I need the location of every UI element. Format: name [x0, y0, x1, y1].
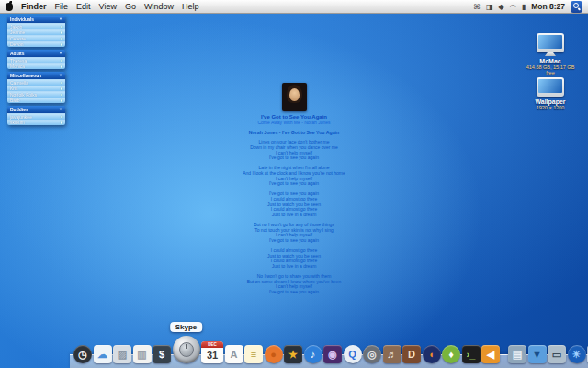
status-dot-icon: [61, 65, 63, 68]
menu-edit[interactable]: Edit: [76, 2, 91, 11]
buddy-group: Individuals▼JakobJeanneCelesteDevon: [7, 16, 65, 47]
dock-item-weather-widget[interactable]: ☁: [94, 345, 112, 363]
apple-menu-icon[interactable]: [6, 3, 13, 11]
desktop-icon-sublabel: 1920 × 1200: [522, 105, 579, 110]
buddy-item[interactable]: Barb: [7, 98, 65, 104]
desktop-icon-hard-disk[interactable]: McMac 414.68 GB, 15.17 GB free: [522, 33, 579, 75]
firefox-icon: ◖: [423, 345, 441, 363]
dock-item-textedit[interactable]: A: [225, 345, 243, 363]
dock-item-quicktime[interactable]: Q: [344, 345, 362, 363]
menu-clock[interactable]: Mon 8:27: [531, 2, 565, 11]
buddy-group: Miscellaneous▼CarmellaKrisNorfolk FolksB…: [7, 72, 65, 103]
menu-window[interactable]: Window: [144, 2, 174, 11]
dock-item-megaphone[interactable]: ◀: [481, 345, 500, 363]
bank-icon: ▥: [133, 345, 152, 363]
dock-item-firefox[interactable]: ◖: [423, 345, 441, 363]
dock-item-itunes[interactable]: ♪: [304, 345, 322, 363]
buddy-group: Adults▼TheresaMonica: [7, 50, 65, 69]
wallpaper-icon: [537, 77, 564, 97]
space-image-icon: ☀: [568, 345, 586, 363]
status-icons: ⌘◨◆◠▮: [473, 1, 526, 13]
imovie-icon: ★: [284, 345, 302, 363]
buddy-item[interactable]: Monica: [7, 63, 65, 70]
menu-view[interactable]: View: [99, 2, 117, 11]
dock-item-dictionary[interactable]: D: [402, 345, 421, 363]
dock-item-basketball[interactable]: ●: [265, 345, 283, 363]
dock-item-dvd-player[interactable]: ◎: [363, 345, 381, 363]
lyrics-stanza: Late in the night when I'm all aloneAnd …: [236, 166, 352, 187]
buddy-group-header[interactable]: Buddies▼: [7, 106, 65, 113]
world-clock-icon: ◷: [74, 345, 92, 363]
buddy-list-window: Individuals▼JakobJeanneCelesteDevonAdult…: [7, 16, 65, 128]
dock-item-ical[interactable]: DEC31: [201, 341, 223, 363]
display-prefs-icon: ▭: [548, 345, 566, 363]
imac-icon-stand: [545, 52, 556, 56]
buddy-item[interactable]: Devon: [7, 41, 65, 48]
dock-item-vault-dial[interactable]: Skype: [173, 336, 200, 363]
sync-icon[interactable]: ⌘: [473, 1, 481, 13]
dock-item-space-image[interactable]: ☀: [568, 345, 586, 363]
dock-item-imovie[interactable]: ★: [284, 345, 302, 363]
dock-item-stickies[interactable]: ≡: [244, 345, 263, 363]
dock-item-stocks[interactable]: $: [153, 345, 171, 363]
airport-icon[interactable]: ◠: [510, 1, 516, 13]
buddy-name: Monica: [10, 63, 25, 69]
dvd-player-icon: ◎: [363, 345, 381, 363]
buddy-item[interactable]: skibum: [7, 120, 65, 126]
lyrics-stanza: But no I won't go for any of those thing…: [236, 223, 352, 244]
status-dot-icon: [61, 43, 63, 46]
buddy-name: Barb: [10, 98, 20, 103]
buddy-group: Buddies▼javajunkeeskibum: [7, 106, 65, 125]
dictionary-icon: D: [402, 345, 421, 363]
status-dot-icon: [61, 82, 63, 85]
menu-file[interactable]: File: [55, 2, 69, 11]
desktop-icon-wallpaper[interactable]: Wallpaper 1920 × 1200: [522, 77, 579, 110]
status-dot-icon: [61, 26, 63, 29]
desktop-icon-label: McMac: [522, 58, 579, 64]
dock-item-garageband[interactable]: ♬: [383, 345, 401, 363]
buddy-group-title: Individuals: [10, 16, 34, 23]
stickies-icon: ≡: [244, 345, 263, 363]
dock-item-picture-frame[interactable]: ▨: [113, 345, 131, 363]
ical-icon: DEC31: [201, 341, 223, 363]
menu-items: FileEditViewGoWindowHelp: [55, 2, 199, 11]
status-dot-icon: [61, 116, 63, 119]
status-dot-icon: [61, 121, 63, 124]
terminal-icon: ›_: [462, 345, 481, 363]
dock-item-photo-booth[interactable]: ◉: [323, 345, 342, 363]
megaphone-icon: ◀: [481, 345, 500, 363]
dock-tooltip: Skype: [170, 322, 203, 332]
buddy-group-title: Miscellaneous: [10, 72, 41, 79]
menu-go[interactable]: Go: [125, 2, 136, 11]
dock-item-world-clock[interactable]: ◷: [74, 345, 92, 363]
dock-item-downloads-stack[interactable]: ▼: [528, 345, 547, 363]
desktop-icon-sublabel: 414.68 GB, 15.17 GB free: [522, 64, 579, 75]
buddy-name: Devon: [10, 41, 23, 47]
buddy-group-header[interactable]: Miscellaneous▼: [7, 72, 65, 79]
status-dot-icon: [61, 99, 63, 102]
app-menu-finder[interactable]: Finder: [21, 2, 47, 11]
album-art-detail: [289, 88, 300, 101]
dock-item-bank[interactable]: ▥: [133, 345, 152, 363]
status-dot-icon: [61, 87, 63, 90]
basketball-icon: ●: [265, 345, 283, 363]
weather-widget-icon: ☁: [94, 345, 112, 363]
dock-item-display-prefs[interactable]: ▭: [548, 345, 566, 363]
status-dot-icon: [61, 38, 63, 40]
stocks-icon: $: [153, 345, 171, 363]
battery-icon[interactable]: ▮: [522, 1, 526, 13]
lyrics-text: Lines on your face don't bother meDown i…: [236, 140, 352, 295]
spotlight-icon[interactable]: [571, 1, 582, 13]
now-playing-widget: I've Got to See You Again Come Away With…: [236, 83, 352, 300]
chevron-down-icon: ▼: [59, 106, 62, 113]
displays-icon[interactable]: ◨: [486, 1, 493, 13]
garageband-icon: ♬: [383, 345, 401, 363]
menu-help[interactable]: Help: [182, 2, 199, 11]
dock-item-documents-stack[interactable]: ▤: [508, 345, 526, 363]
buddy-group-header[interactable]: Individuals▼: [7, 16, 65, 23]
dock-item-adium[interactable]: ♦: [442, 345, 460, 363]
dock-item-terminal[interactable]: ›_: [462, 345, 481, 363]
buddy-group-header[interactable]: Adults▼: [7, 50, 65, 57]
textedit-icon: A: [225, 345, 243, 363]
bluetooth-icon[interactable]: ◆: [499, 1, 504, 13]
